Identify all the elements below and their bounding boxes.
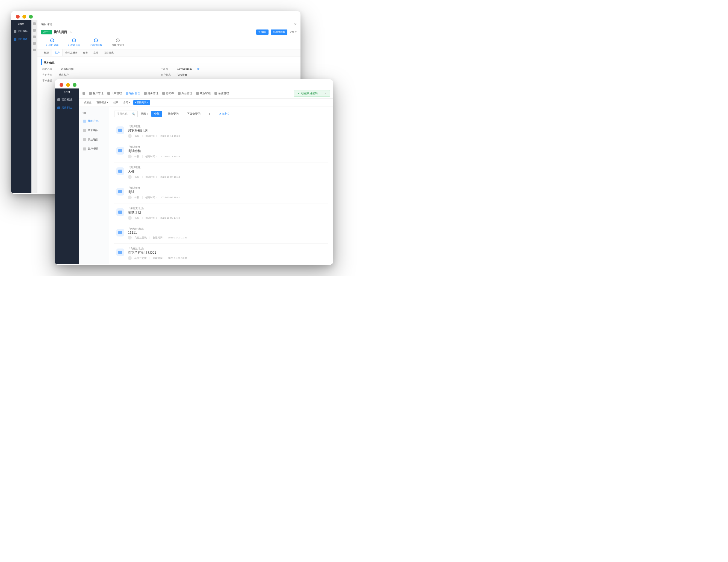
step-circle: 3 [94,39,98,42]
traffic-max[interactable] [29,15,33,19]
tab-log[interactable]: 项目日志 [101,49,116,56]
project-icon [116,127,124,134]
nav-system[interactable]: 系统管理 [214,92,229,95]
toast-close[interactable]: × [325,92,326,95]
nav-bi[interactable]: 商业智能 [196,92,211,95]
step-circle: 4 [116,39,120,42]
nav-office[interactable]: 办公管理 [178,92,192,95]
info-value: 18406581530 [177,67,192,71]
config-label: 自定义 [222,112,230,115]
filter-label: 关注项目 [88,138,99,142]
project-tag: 「伊拉克计划」 [128,207,326,210]
subnav-lead[interactable]: 线索 [112,100,120,105]
box-icon [162,92,165,95]
nav-finance[interactable]: 财务管理 [144,92,158,95]
nav-ticket[interactable]: 工单管理 [107,92,122,95]
project-title: 11111 [128,231,326,235]
filter-label: 归档项目 [88,147,99,151]
filter-starred[interactable]: 关注项目 [79,135,109,144]
subnav-contract[interactable]: 合同 ▾ [122,100,132,105]
filter-label: 我的在办 [88,119,99,123]
panel-icon[interactable] [33,42,36,45]
info-value: 山西金融机构 [59,67,73,71]
project-card[interactable]: 「乌克兰计划」乌克兰扩军计划001乌克兰总统|创建时间：2023-11-03 1… [114,244,328,264]
project-tag: 「测试项目」 [128,145,326,149]
project-title: 测试 [128,190,326,195]
info-value: 重点客户 [59,73,69,77]
star-icon[interactable]: ☆ [69,30,72,34]
owner-name: 乌克兰总统 [134,257,147,260]
info-label: 客户类型 [42,73,54,77]
sidebar-item-projects[interactable]: 项目列表 [55,104,79,112]
toast-text: 收藏项目成功 [301,92,318,95]
traffic-min[interactable] [66,83,70,87]
topnav: 客户管理 工单管理 项目管理 财务管理 进销存 办公管理 商业智能 系统管理 ✔… [79,89,333,99]
tab-contract[interactable]: 合同及财务 [63,49,80,56]
filter-bar: 项目名称 🔍 显示： 全部 我负责的 下属负责的 1 ⚙ 自定义 [114,111,328,117]
traffic-min[interactable] [22,15,26,19]
menu-icon [82,92,85,95]
menu-toggle[interactable] [82,92,85,95]
traffic-max[interactable] [73,83,76,87]
project-card[interactable]: 「测试项目」测试种植体验|创建时间：2023-11-11 15:28 [114,142,328,163]
panel-icon[interactable] [33,22,36,25]
created-time: 2023-11-03 17:49 [160,217,180,219]
project-card[interactable]: 「伊拉克计划」测试计划体验|创建时间：2023-11-03 17:49 [114,204,328,224]
traffic-close[interactable] [16,15,20,19]
nav-inventory[interactable]: 进销存 [162,92,174,95]
owner-name: 乌克兰总统 [134,236,147,240]
subnav-dashboard[interactable]: 仪表盘 [82,100,93,105]
project-title: 乌克兰扩军计划001 [128,251,326,255]
pill-sub[interactable]: 下属负责的 [184,111,203,117]
info-label: 客户状态 [161,73,172,77]
pill-all[interactable]: 全部 [151,111,162,117]
tab-overview[interactable]: 概况 [41,49,52,56]
subnav-overview[interactable]: 项目概况 ▾ [95,100,110,105]
step-label: 已项目回款 [90,43,102,47]
project-icon [116,167,124,175]
pill-config[interactable]: ⚙ 自定义 [216,111,233,117]
project-meta: 体验|创建时间：2023-11-11 15:39 [128,134,326,138]
tab-task[interactable]: 任务 [80,49,91,56]
created-time: 2023-11-03 11:51 [168,236,187,239]
nav-project[interactable]: 项目管理 [126,92,140,95]
search-icon: 🔍 [132,113,135,116]
project-icon [126,92,128,95]
subnav-project-list[interactable]: • 项目列表 × [133,100,150,105]
close-icon[interactable]: × [294,22,297,27]
search-input[interactable]: 项目名称 🔍 [114,111,138,117]
panel-icon[interactable] [33,29,36,32]
tab-file[interactable]: 文件 [91,49,101,56]
filter-my-active[interactable]: 我的在办 [79,116,109,126]
sidebar: CRM 项目概况 项目列表 [55,89,79,264]
refresh-icon[interactable]: ⟳ [197,67,199,71]
sidebar-item-projects[interactable]: 项目列表 [11,35,31,43]
edit-button[interactable]: ✎ 编辑 [256,30,269,35]
step-2: 2 已签署合同 [63,39,85,47]
owner-name: 体验 [134,196,139,199]
sidebar-item-overview[interactable]: 项目概况 [11,27,31,35]
tab-customer[interactable]: 客户 [52,49,63,56]
nav-customer[interactable]: 客户管理 [89,92,104,95]
filter-all[interactable]: 全部项目 [79,126,109,135]
project-tag: 「测试项目」 [128,166,326,169]
panel-icon[interactable] [33,36,36,38]
titlebar [11,11,300,20]
brand: CRM [11,20,31,27]
pill-count[interactable]: 1 [206,111,213,117]
back-button[interactable]: ‹▤ [79,109,109,116]
project-card[interactable]: 「测试项目」大棚体验|创建时间：2023-11-07 15:44 [114,163,328,183]
avatar [128,196,132,199]
traffic-close[interactable] [60,83,63,87]
filter-archived[interactable]: 归档项目 [79,144,109,154]
step-circle: 1 [50,39,54,42]
project-card[interactable]: 「测试项目」绿罗种植计划体验|创建时间：2023-11-11 15:39 [114,122,328,142]
drawdown-button[interactable]: ⊙ 项目回款 [271,30,288,35]
panel-icon[interactable] [33,49,36,51]
project-card[interactable]: 「测试项目」测试体验|创建时间：2023-11-06 18:41 [114,183,328,204]
project-card[interactable]: 「阿富汗计划」11111乌克兰总统|创建时间：2023-11-03 11:51 [114,224,328,244]
briefcase-icon [178,92,181,95]
pill-mine[interactable]: 我负责的 [165,111,181,117]
sidebar-item-overview[interactable]: 项目概况 [55,96,79,104]
more-menu[interactable]: 更多 ▾ [290,30,297,34]
